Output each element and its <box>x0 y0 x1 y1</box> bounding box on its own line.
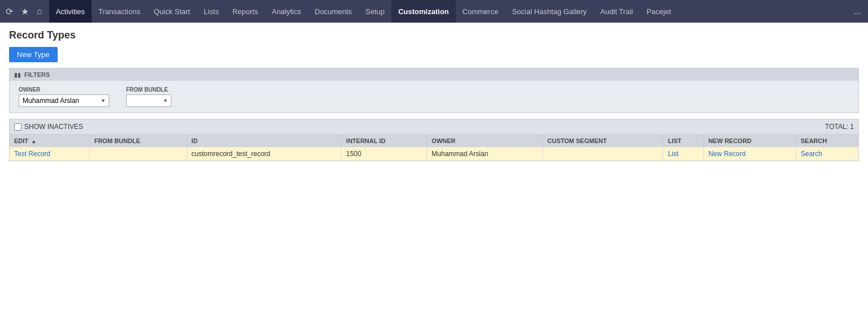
nav-item-lists[interactable]: Lists <box>197 0 226 23</box>
total-count: 1 <box>850 123 854 131</box>
filters-label: FILTERS <box>24 71 50 78</box>
nav-item-setup[interactable]: Setup <box>359 0 391 23</box>
col-search[interactable]: SEARCH <box>796 135 858 148</box>
show-inactives-checkbox[interactable] <box>14 123 21 131</box>
cell-owner: Muhammad Arslan <box>427 147 543 161</box>
nav-item-commerce[interactable]: Commerce <box>456 0 506 23</box>
owner-label: OWNER <box>19 87 109 93</box>
col-id[interactable]: ID <box>187 135 342 148</box>
table-controls: SHOW INACTIVES TOTAL: 1 <box>9 119 859 134</box>
star-icon-button[interactable]: ★ <box>18 4 32 19</box>
data-table: EDIT ▲ FROM BUNDLE ID INTERNAL ID OWNER … <box>9 134 859 161</box>
owner-filter-group: OWNER Muhammad Arslan <box>19 87 109 107</box>
cell-search: Search <box>796 147 858 161</box>
page-title: Record Types <box>9 29 859 41</box>
history-icon-button[interactable]: ⟳ <box>2 4 16 19</box>
col-new-record[interactable]: NEW RECORD <box>703 135 796 148</box>
table-body: Test Record customrecord_test_record 150… <box>10 147 859 161</box>
nav-item-pacejet[interactable]: Pacejet <box>640 0 677 23</box>
list-link[interactable]: List <box>668 150 679 158</box>
table-header: EDIT ▲ FROM BUNDLE ID INTERNAL ID OWNER … <box>10 135 859 148</box>
nav-item-audit-trail[interactable]: Audit Trail <box>594 0 640 23</box>
cell-edit: Test Record <box>10 147 90 161</box>
nav-item-transactions[interactable]: Transactions <box>92 0 147 23</box>
search-link[interactable]: Search <box>801 150 822 158</box>
col-list[interactable]: LIST <box>663 135 703 148</box>
col-internal-id[interactable]: INTERNAL ID <box>342 135 427 148</box>
filters-section: ▮▮ FILTERS OWNER Muhammad Arslan FROM BU… <box>9 68 859 113</box>
cell-id: customrecord_test_record <box>187 147 342 161</box>
page-content: Record Types New Type ▮▮ FILTERS OWNER M… <box>0 23 868 332</box>
from-bundle-label: FROM BUNDLE <box>126 87 171 93</box>
col-owner[interactable]: OWNER <box>427 135 543 148</box>
from-bundle-filter-group: FROM BUNDLE <box>126 87 171 107</box>
cell-new-record: New Record <box>703 147 796 161</box>
col-custom-segment[interactable]: CUSTOM SEGMENT <box>543 135 663 148</box>
total-text: TOTAL: <box>825 123 848 131</box>
nav-item-analytics[interactable]: Analytics <box>265 0 308 23</box>
nav-item-customization[interactable]: Customization <box>391 0 456 23</box>
show-inactives-text: SHOW INACTIVES <box>24 123 83 131</box>
edit-link[interactable]: Test Record <box>14 150 50 158</box>
nav-item-social-hashtag-gallery[interactable]: Social Hashtag Gallery <box>505 0 593 23</box>
nav-more-button[interactable]: ... <box>849 6 866 16</box>
nav-icon-group: ⟳ ★ ⌂ <box>2 4 49 19</box>
nav-item-documents[interactable]: Documents <box>308 0 359 23</box>
col-edit[interactable]: EDIT ▲ <box>10 135 90 148</box>
show-inactives-label[interactable]: SHOW INACTIVES <box>14 123 83 131</box>
new-record-link[interactable]: New Record <box>709 150 746 158</box>
sort-arrow-edit: ▲ <box>31 139 36 144</box>
total-label: TOTAL: 1 <box>825 123 854 131</box>
navbar: ⟳ ★ ⌂ Activities Transactions Quick Star… <box>0 0 868 23</box>
cell-from-bundle <box>89 147 187 161</box>
new-type-button[interactable]: New Type <box>9 47 58 62</box>
filters-header[interactable]: ▮▮ FILTERS <box>10 68 858 81</box>
nav-item-quick-start[interactable]: Quick Start <box>147 0 197 23</box>
nav-item-activities[interactable]: Activities <box>49 0 92 23</box>
home-icon-button[interactable]: ⌂ <box>33 4 46 19</box>
cell-custom-segment <box>543 147 663 161</box>
from-bundle-select-wrapper <box>126 94 171 107</box>
table-row: Test Record customrecord_test_record 150… <box>10 147 859 161</box>
col-from-bundle[interactable]: FROM BUNDLE <box>89 135 187 148</box>
owner-select[interactable]: Muhammad Arslan <box>19 94 109 107</box>
nav-item-reports[interactable]: Reports <box>226 0 265 23</box>
cell-internal-id: 1500 <box>342 147 427 161</box>
collapse-icon: ▮▮ <box>14 72 21 78</box>
owner-select-wrapper: Muhammad Arslan <box>19 94 109 107</box>
cell-list: List <box>663 147 703 161</box>
filters-body: OWNER Muhammad Arslan FROM BUNDLE <box>10 81 858 113</box>
from-bundle-select[interactable] <box>126 94 171 107</box>
